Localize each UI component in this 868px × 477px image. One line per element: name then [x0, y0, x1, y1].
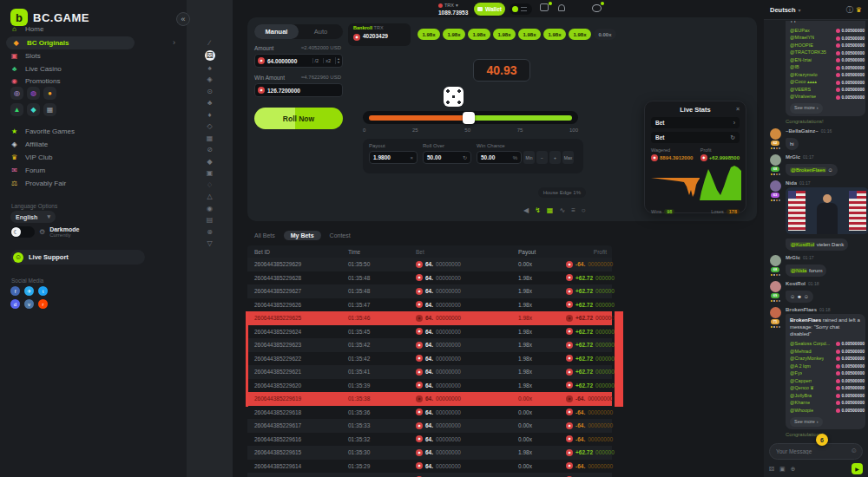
send-button[interactable]: ▶ — [852, 463, 863, 474]
chance-adjust-button[interactable]: + — [549, 151, 561, 164]
rail-game-icon[interactable]: ◉ — [206, 204, 214, 212]
rain-recipient[interactable]: @A 2 lqm — [790, 363, 811, 369]
rain-recipient[interactable]: @Mehradi — [790, 349, 812, 355]
quick-game-tile[interactable]: ▲ — [10, 103, 23, 116]
rain-recipient[interactable]: @HOOPIE — [790, 42, 813, 49]
rain-recipient[interactable]: @Sealoss Corpd... — [790, 341, 830, 347]
rail-game-icon[interactable]: ◈ — [206, 75, 214, 84]
bet-row[interactable]: 260644385229623 01:35:42 64.00000000 1.9… — [247, 338, 612, 352]
bet-row[interactable]: 260644385229618 01:35:36 64.00000000 0.0… — [247, 406, 612, 420]
bet-row[interactable]: 260644385229616 01:35:32 64.00000000 0.0… — [247, 433, 612, 447]
sidebar-item[interactable]: ▣ Slots — [0, 50, 187, 63]
bet-row[interactable]: 260644385229628 01:35:48 64.00000000 1.9… — [247, 271, 612, 285]
win-chance-input[interactable]: 50.00 % — [477, 151, 522, 164]
rail-game-icon[interactable]: ◇ — [206, 122, 214, 131]
tab-auto[interactable]: Auto — [299, 24, 343, 39]
chat-messages[interactable]: gebracht oder? 69 — [764, 21, 868, 437]
rail-game-icon[interactable]: ♣ — [206, 99, 214, 108]
payout-input[interactable]: 1.9800 × — [369, 151, 418, 164]
rail-game-icon[interactable]: ⊙ — [206, 87, 214, 95]
rain-recipient[interactable]: @VEERS — [790, 87, 811, 93]
quick-game-tile[interactable]: ◍ — [27, 87, 40, 100]
tab-manual[interactable]: Manual — [254, 24, 299, 39]
rain-recipient[interactable]: @EUPax — [790, 28, 810, 34]
result-history-pill[interactable]: 1.98x — [518, 29, 541, 40]
rail-game-icon[interactable]: ⊗ — [206, 227, 214, 236]
refresh-icon[interactable]: ↻ — [463, 154, 467, 160]
sidebar-item[interactable]: ♣ Live Casino — [0, 62, 187, 75]
bet-row[interactable]: 260644385229622 01:35:42 64.00000000 1.9… — [247, 352, 612, 366]
mention[interactable]: @Nida — [790, 268, 807, 273]
sidebar-item[interactable]: ◆ BC Originals › — [6, 36, 135, 49]
live-support-button[interactable]: ☺ Live Support — [10, 250, 145, 265]
rail-game-icon[interactable]: ♠ — [206, 63, 214, 72]
rain-sender[interactable]: BrokenFlaes — [790, 317, 821, 323]
double-bet-button[interactable]: x2 — [323, 58, 332, 63]
rail-game-icon[interactable]: ▣ — [206, 169, 214, 178]
rain-recipient[interactable]: @JollyBra — [790, 393, 812, 399]
rain-recipient[interactable]: @IB — [790, 64, 799, 70]
amount-stepper[interactable]: ▴▾ — [335, 57, 339, 64]
sidebar-item[interactable]: ◉ Promotions — [0, 75, 187, 88]
rain-recipient[interactable]: @CrazyMonkey — [790, 356, 824, 362]
rules-icon[interactable]: ≡ — [571, 206, 575, 214]
tab-my-bets[interactable]: My Bets — [284, 231, 321, 240]
rail-game-icon[interactable]: ♦ — [206, 110, 214, 119]
bet-row[interactable]: 260644385229619 01:35:38 64.00000000 0.0… — [247, 392, 612, 406]
roll-over-input[interactable]: 50.00 ↻ — [423, 151, 471, 164]
amount-input[interactable]: 64.0000000 /2 x2 ▴▾ — [254, 54, 343, 68]
reset-icon[interactable]: ↻ — [730, 134, 735, 141]
fiat-display-toggle[interactable] — [510, 3, 532, 15]
roll-slider[interactable] — [363, 111, 578, 124]
chance-adjust-button[interactable]: − — [536, 151, 548, 164]
chat-username[interactable]: ~BellaGainz~ — [786, 128, 819, 134]
vault-icon[interactable] — [540, 3, 550, 14]
chat-username[interactable]: Nida — [786, 180, 797, 186]
bet-row[interactable]: 260644385229621 01:35:41 64.00000000 1.9… — [247, 365, 612, 379]
chance-adjust-button[interactable]: Min — [523, 151, 535, 164]
roll-now-button[interactable]: Roll Now — [254, 108, 343, 129]
rain-recipient[interactable]: @Kharne — [790, 400, 810, 406]
see-more-button[interactable]: See more› — [790, 417, 823, 427]
gear-icon[interactable]: ⚙ — [39, 228, 45, 236]
avatar[interactable] — [770, 128, 781, 140]
social-icon[interactable]: ✈ — [24, 286, 34, 296]
rain-recipient[interactable]: @Qenco ♛ — [790, 385, 814, 391]
bet-row[interactable]: 260644385229627 01:35:48 64.00000000 1.9… — [247, 284, 612, 298]
slider-handle[interactable] — [463, 112, 475, 124]
rail-game-icon[interactable]: ▽ — [206, 239, 214, 248]
rail-game-icon[interactable]: ♢ — [206, 180, 214, 189]
avatar[interactable] — [770, 180, 781, 192]
social-icon[interactable]: t — [38, 286, 48, 296]
dice-shortcut-icon[interactable]: ⚄ — [769, 466, 774, 473]
close-icon[interactable]: × — [736, 106, 740, 112]
chance-adjust-button[interactable]: Max — [562, 151, 574, 164]
bet-row[interactable]: 260644385229625 01:35:46 64.00000000 1.9… — [247, 311, 612, 325]
emoji-icon[interactable]: ☺ — [851, 447, 858, 454]
chat-rules-icon[interactable]: ⓘ — [846, 5, 853, 15]
mention[interactable]: @KostRol — [790, 242, 815, 247]
rail-game-icon[interactable]: ∕ — [206, 38, 214, 47]
rain-recipient[interactable]: @Krazymelo — [790, 72, 818, 78]
social-icon[interactable]: v — [24, 299, 34, 309]
social-icon[interactable]: d — [10, 299, 20, 309]
chat-language-select[interactable]: Deutsch — [770, 6, 796, 14]
stats-game-selector[interactable]: Bet› — [651, 117, 740, 128]
result-history-pill[interactable]: 1.98x — [418, 29, 440, 40]
bet-row[interactable]: 260644385229613 01:35:28 64.00000000 1.9… — [247, 473, 612, 477]
image-icon[interactable]: ▣ — [779, 466, 786, 473]
bell-icon[interactable] — [558, 3, 569, 14]
bet-row[interactable]: 260644385229629 01:35:50 64.00000000 0.0… — [247, 258, 612, 271]
avatar[interactable] — [770, 281, 781, 292]
bet-row[interactable]: 260644385229614 01:35:29 64.00000000 0.0… — [247, 460, 612, 474]
rain-recipient[interactable]: @Coco ▴▴▴▴ — [790, 79, 817, 85]
attach-icon[interactable]: ⊕ — [791, 466, 796, 473]
sidebar-item[interactable]: ★ Favorite Games — [0, 125, 187, 138]
chat-username[interactable]: MrGlc — [786, 154, 800, 160]
rain-recipient[interactable]: @MiraelYN — [790, 35, 814, 41]
rain-recipient[interactable]: @Viralverse — [790, 94, 816, 100]
darkmode-toggle[interactable]: ☾ — [10, 226, 35, 238]
tab-contest[interactable]: Contest — [330, 232, 351, 238]
rail-game-icon[interactable]: ▦ — [206, 134, 214, 142]
result-history-pill[interactable]: 1.98x — [468, 29, 490, 40]
